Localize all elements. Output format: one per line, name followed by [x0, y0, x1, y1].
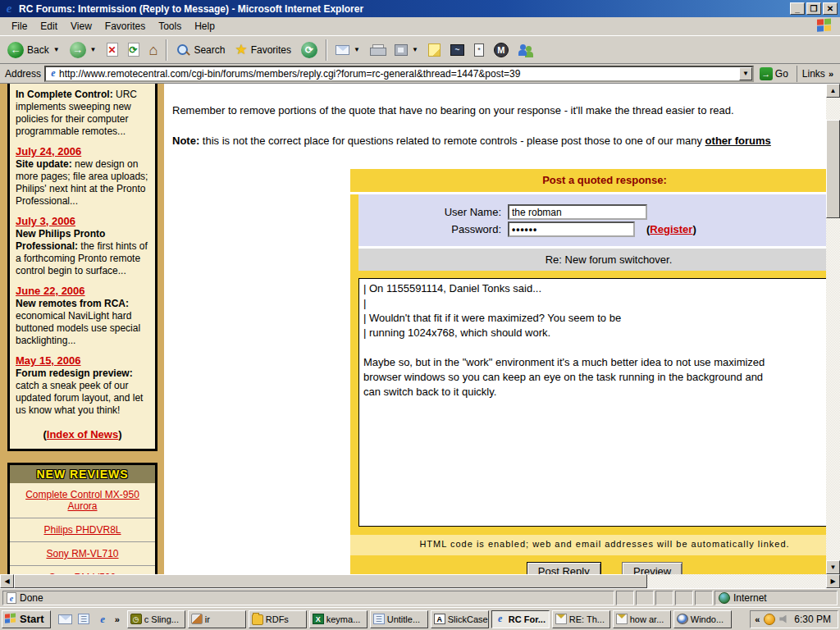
reviews-box: NEW REVIEWS Complete Control MX-950 Auro…	[7, 463, 158, 574]
review-link[interactable]: Complete Control MX-950 Aurora	[25, 489, 139, 512]
sling-app-icon: ◷	[130, 614, 142, 624]
quick-launch-chevron-icon[interactable]: »	[115, 614, 120, 624]
print-button[interactable]	[366, 38, 389, 62]
excel-icon: X	[313, 614, 324, 624]
toolbar-separator	[166, 39, 167, 61]
research-button[interactable]: *	[470, 38, 488, 62]
review-item: Sony RM-VL710	[10, 542, 155, 566]
home-button[interactable]: ⌂	[145, 38, 162, 62]
news-item: In Complete Control: URC implements swee…	[16, 89, 149, 138]
news-date-link[interactable]: June 22, 2006	[16, 285, 85, 297]
standard-toolbar: ← Back ▼ → ▼ ✕ ⟳ ⌂ Search ★ Favorites ⟳	[0, 36, 840, 64]
password-input[interactable]	[508, 221, 635, 237]
edit-button[interactable]: ▼	[390, 38, 422, 62]
scroll-up-icon[interactable]: ▲	[826, 84, 840, 98]
volume-icon[interactable]	[779, 615, 788, 623]
address-field[interactable]: e ▼	[44, 66, 754, 82]
message-textarea[interactable]: | On 1155591114, Daniel Tonks said... | …	[358, 278, 826, 527]
post-reply-button[interactable]: Post Reply	[527, 562, 601, 574]
browser-viewport: In Complete Control: URC implements swee…	[0, 84, 840, 574]
forward-icon: →	[70, 42, 86, 58]
menu-tools[interactable]: Tools	[152, 18, 188, 34]
preview-button[interactable]: Preview	[622, 562, 682, 574]
form-buttons: Post Reply Preview	[350, 555, 826, 574]
stop-button[interactable]: ✕	[103, 38, 122, 62]
task-button[interactable]: ☰ Untitle...	[370, 610, 428, 628]
close-button[interactable]: ✕	[823, 2, 838, 15]
document-icon[interactable]: ☰	[77, 612, 91, 626]
outlook-express-icon[interactable]	[58, 612, 72, 626]
mail-icon	[336, 45, 349, 55]
refresh-button[interactable]: ⟳	[124, 38, 144, 62]
news-item: July 3, 2006 New Philips Pronto Professi…	[16, 215, 149, 277]
vertical-scrollbar[interactable]: ▲ ▼	[826, 84, 840, 574]
tray-chevron-icon[interactable]: «	[755, 614, 760, 624]
discuss-button[interactable]: ~	[446, 38, 468, 62]
go-button[interactable]: → Go	[757, 65, 793, 83]
username-label: User Name:	[358, 206, 508, 218]
back-dropdown-icon[interactable]: ▼	[53, 46, 60, 53]
review-link[interactable]: Sony RM-VL710	[46, 548, 118, 559]
scroll-right-icon[interactable]: ▶	[826, 574, 840, 588]
task-button[interactable]: X keyma...	[309, 610, 368, 628]
other-forums-link[interactable]: other forums	[705, 135, 771, 147]
history-button[interactable]: ⟳	[297, 38, 322, 62]
task-button[interactable]: how ar...	[613, 610, 671, 628]
note-text: Note: this is not the correct place for …	[172, 135, 826, 147]
links-toolbar[interactable]: Links »	[797, 66, 838, 82]
minimize-button[interactable]: _	[790, 2, 805, 15]
page-main: Remember to remove portions of the quote…	[164, 84, 826, 574]
task-button-active[interactable]: e RC For...	[491, 610, 550, 628]
menu-help[interactable]: Help	[188, 18, 221, 34]
horizontal-scrollbar[interactable]: ◀ ▶	[0, 574, 840, 588]
scroll-down-icon[interactable]: ▼	[826, 560, 840, 574]
index-of-news-link[interactable]: Index of News	[47, 428, 118, 441]
refresh-icon: ⟳	[128, 43, 139, 57]
mail-button[interactable]: ▼	[331, 38, 364, 62]
address-dropdown-icon[interactable]: ▼	[739, 67, 752, 80]
menu-file[interactable]: File	[5, 18, 34, 34]
edit-icon	[395, 44, 408, 56]
task-button[interactable]: RE: Th...	[552, 610, 610, 628]
restore-button[interactable]: ❐	[806, 2, 821, 15]
edit-dropdown-icon[interactable]: ▼	[412, 46, 418, 53]
news-date-link[interactable]: July 24, 2006	[16, 145, 81, 158]
news-date-link[interactable]: July 3, 2006	[16, 215, 75, 227]
review-link[interactable]: Philips PHDVR8L	[43, 524, 121, 536]
task-button[interactable]: ir	[188, 610, 246, 628]
news-sidebar: In Complete Control: URC implements swee…	[0, 84, 164, 574]
notes-button[interactable]	[424, 38, 445, 62]
screen: e RC Forums: Intermission (Reply to Mess…	[0, 0, 840, 630]
register-link[interactable]: Register	[650, 223, 692, 235]
home-icon: ⌂	[149, 43, 158, 57]
favorites-button[interactable]: ★ Favorites	[231, 38, 295, 62]
news-date-link[interactable]: May 15, 2006	[16, 354, 81, 367]
scroll-left-icon[interactable]: ◀	[0, 574, 14, 588]
task-button[interactable]: A SlickCase	[431, 610, 489, 628]
html-enabled-note: HTML code is enabled; web and email addr…	[350, 535, 826, 555]
start-button[interactable]: Start	[2, 610, 51, 628]
address-input[interactable]	[59, 68, 739, 80]
menu-edit[interactable]: Edit	[34, 18, 64, 34]
task-button[interactable]: ◷ c Sling...	[127, 610, 185, 628]
tray-globe-icon[interactable]	[764, 614, 775, 625]
forward-button[interactable]: → ▼	[66, 38, 101, 62]
username-input[interactable]	[508, 204, 647, 220]
media-button[interactable]: M	[490, 38, 513, 62]
mail-dropdown-icon[interactable]: ▼	[354, 46, 360, 53]
windows-logo-icon	[817, 18, 833, 34]
task-button[interactable]: Windo...	[673, 610, 732, 628]
vertical-scroll-thumb[interactable]	[826, 120, 840, 218]
menu-favorites[interactable]: Favorites	[98, 18, 152, 34]
search-button[interactable]: Search	[171, 38, 229, 62]
messenger-button[interactable]	[514, 38, 537, 62]
review-item: Complete Control MX-950 Aurora	[10, 483, 155, 518]
back-button[interactable]: ← Back ▼	[3, 38, 64, 62]
horizontal-scroll-thumb[interactable]	[14, 574, 647, 588]
internet-explorer-icon[interactable]: e	[96, 612, 110, 626]
forward-dropdown-icon[interactable]: ▼	[90, 46, 97, 53]
news-item: June 22, 2006 New remotes from RCA: econ…	[16, 285, 149, 347]
menu-view[interactable]: View	[64, 18, 98, 34]
status-pane	[616, 591, 634, 605]
task-button[interactable]: RDFs	[249, 610, 307, 628]
